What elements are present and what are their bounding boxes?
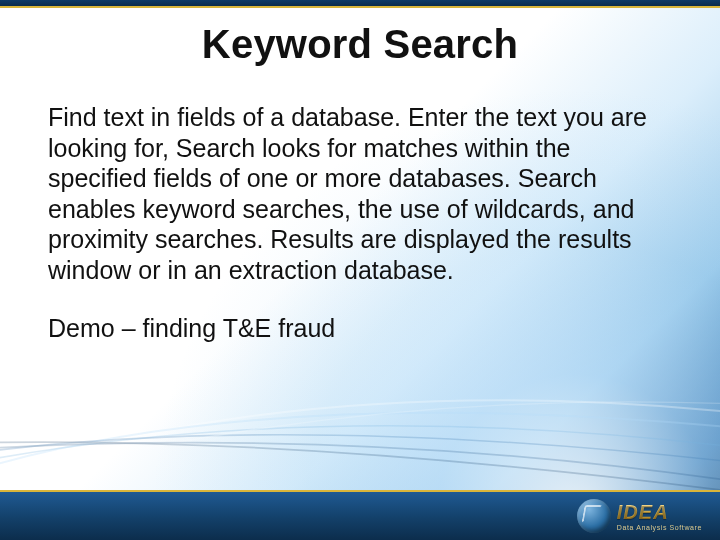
slide: Keyword Search Find text in fields of a …: [0, 0, 720, 540]
logo-text: IDEA Data Analysis Software: [617, 502, 702, 531]
logo-globe-icon: [577, 499, 611, 533]
logo-subtitle: Data Analysis Software: [617, 524, 702, 531]
bottom-bar: IDEA Data Analysis Software: [0, 490, 720, 540]
top-accent-line: [0, 6, 720, 8]
background-streaks: [0, 355, 720, 495]
slide-title: Keyword Search: [0, 22, 720, 67]
brand-logo: IDEA Data Analysis Software: [577, 498, 702, 534]
body-paragraph-1: Find text in fields of a database. Enter…: [48, 102, 660, 285]
slide-body: Find text in fields of a database. Enter…: [48, 102, 660, 372]
body-paragraph-2: Demo – finding T&E fraud: [48, 313, 660, 344]
logo-name: IDEA: [617, 502, 702, 522]
